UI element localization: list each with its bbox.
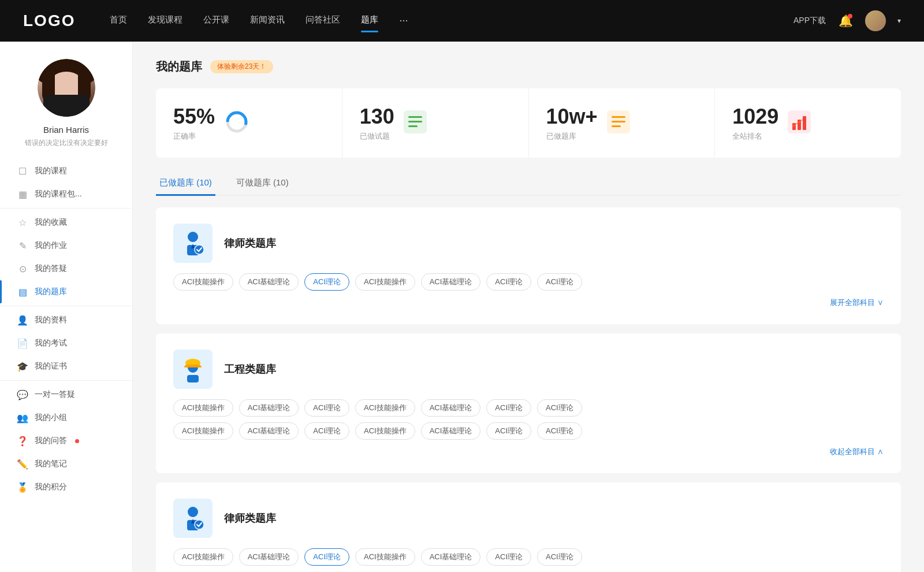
nav-home[interactable]: 首页 [110,14,127,28]
tag[interactable]: ACI技能操作 [355,548,415,566]
list-orange-icon [607,110,630,136]
bank-title-engineer: 工程类题库 [224,362,276,376]
sidebar-item-my-favorites[interactable]: ☆ 我的收藏 [0,211,132,234]
main-content: 我的题库 体验剩余23天！ 55% 正确率 [133,42,924,572]
tab-done-banks[interactable]: 已做题库 (10) [156,172,215,196]
sidebar-item-my-points[interactable]: 🏅 我的积分 [0,476,132,499]
sidebar-item-my-cert[interactable]: 🎓 我的证书 [0,355,132,378]
sidebar-item-label: 我的课程包... [35,189,82,199]
svg-point-18 [195,245,204,254]
tabs-row: 已做题库 (10) 可做题库 (10) [156,172,901,196]
nav-links: 首页 发现课程 公开课 新闻资讯 问答社区 题库 ··· [110,14,793,28]
unread-dot [75,439,79,443]
app-download-button[interactable]: APP下载 [793,16,826,26]
sidebar-item-label: 我的资料 [35,315,67,325]
tag[interactable]: ACI基础理论 [239,422,299,440]
tag[interactable]: ACI技能操作 [173,273,233,291]
tag[interactable]: ACI技能操作 [173,548,233,566]
svg-rect-8 [612,116,625,118]
sidebar-item-label: 我的积分 [35,482,67,492]
tag[interactable]: ACI理论 [537,399,582,417]
tag-active[interactable]: ACI理论 [304,548,349,566]
tag[interactable]: ACI理论 [304,422,349,440]
sidebar-item-my-profile[interactable]: 👤 我的资料 [0,309,132,332]
tag[interactable]: ACI基础理论 [239,548,299,566]
stat-banks-text: 10w+ 已做题库 [546,105,598,142]
sidebar-motto: 错误的决定比没有决定要好 [13,138,120,148]
tag[interactable]: ACI理论 [304,399,349,417]
page-title: 我的题库 [156,59,202,75]
nav-qa[interactable]: 问答社区 [305,14,340,28]
svg-point-2 [231,116,243,128]
lawyer-icon [173,224,213,263]
svg-rect-6 [408,125,418,127]
sidebar: Brian Harris 错误的决定比没有决定要好 ☐ 我的课程 ▦ 我的课程包… [0,42,133,572]
nav-opencourse[interactable]: 公开课 [203,14,229,28]
sidebar-item-my-package[interactable]: ▦ 我的课程包... [0,183,132,206]
svg-rect-10 [612,125,621,127]
sidebar-item-my-qa[interactable]: ❓ 我的问答 [0,429,132,452]
tag[interactable]: ACI基础理论 [239,399,299,417]
user-avatar[interactable] [865,10,886,31]
tag-active[interactable]: ACI理论 [304,273,349,291]
nav-discover[interactable]: 发现课程 [148,14,182,28]
tag[interactable]: ACI基础理论 [421,548,481,566]
expand-link-lawyer-1[interactable]: 展开全部科目 ∨ [173,298,884,308]
sidebar-item-label: 我的答疑 [35,263,67,274]
tags-row-engineer-2: ACI技能操作 ACI基础理论 ACI理论 ACI技能操作 ACI基础理论 AC… [173,422,884,440]
sidebar-item-label: 我的考试 [35,338,67,348]
sidebar-item-my-course[interactable]: ☐ 我的课程 [0,159,132,183]
tag[interactable]: ACI理论 [486,273,531,291]
tag[interactable]: ACI基础理论 [421,399,481,417]
tag[interactable]: ACI技能操作 [173,399,233,417]
user-menu-chevron-icon[interactable]: ▾ [897,17,901,25]
svg-rect-20 [187,375,199,382]
expand-link-engineer[interactable]: 收起全部科目 ∧ [173,447,884,457]
tag[interactable]: ACI理论 [537,273,582,291]
sidebar-item-my-homework[interactable]: ✎ 我的作业 [0,234,132,257]
one-on-one-icon: 💬 [17,389,28,400]
tag[interactable]: ACI技能操作 [173,422,233,440]
questionbank-icon: ▤ [17,287,28,297]
sidebar-user-name: Brian Harris [43,125,89,135]
notification-dot [848,14,852,18]
tags-row-lawyer-2: ACI技能操作 ACI基础理论 ACI理论 ACI技能操作 ACI基础理论 AC… [173,548,884,566]
logo[interactable]: LOGO [23,12,75,30]
tag[interactable]: ACI理论 [537,548,582,566]
sidebar-item-my-exam[interactable]: 📄 我的考试 [0,332,132,355]
tag[interactable]: ACI理论 [537,422,582,440]
tag[interactable]: ACI理论 [486,422,531,440]
sidebar-item-one-on-one[interactable]: 💬 一对一答疑 [0,383,132,406]
trial-badge: 体验剩余23天！ [210,60,273,73]
stat-accuracy-text: 55% 正确率 [173,105,215,142]
sidebar-item-my-questions[interactable]: ⊙ 我的答疑 [0,257,132,280]
tag[interactable]: ACI理论 [486,399,531,417]
tag[interactable]: ACI基础理论 [239,273,299,291]
sidebar-item-my-notes[interactable]: ✏️ 我的笔记 [0,452,132,476]
page-header: 我的题库 体验剩余23天！ [156,59,901,75]
sidebar-item-label: 我的小组 [35,413,67,423]
stats-row: 55% 正确率 130 已做试题 [156,88,901,158]
svg-rect-5 [408,121,422,122]
sidebar-item-my-group[interactable]: 👥 我的小组 [0,406,132,429]
tag[interactable]: ACI基础理论 [421,273,481,291]
tag[interactable]: ACI技能操作 [355,399,415,417]
tag[interactable]: ACI基础理论 [421,422,481,440]
profile-icon: 👤 [17,315,28,325]
notification-bell[interactable]: 🔔 [837,13,854,29]
sidebar-item-my-questionbank[interactable]: ▤ 我的题库 [0,280,132,303]
tag[interactable]: ACI技能操作 [355,273,415,291]
bank-title-lawyer-2: 律师类题库 [224,511,276,525]
tab-available-banks[interactable]: 可做题库 (10) [233,172,292,196]
nav-news[interactable]: 新闻资讯 [250,14,285,28]
avatar-image [865,10,886,31]
svg-point-24 [188,507,198,517]
svg-rect-4 [408,116,422,118]
sidebar-item-label: 我的收藏 [35,217,67,228]
nav-more[interactable]: ··· [399,14,408,28]
divider1 [0,208,132,209]
sidebar-menu: ☐ 我的课程 ▦ 我的课程包... ☆ 我的收藏 ✎ 我的作业 ⊙ 我的答疑 ▤ [0,159,132,499]
nav-questionbank[interactable]: 题库 [361,14,378,28]
tag[interactable]: ACI理论 [486,548,531,566]
tag[interactable]: ACI技能操作 [355,422,415,440]
